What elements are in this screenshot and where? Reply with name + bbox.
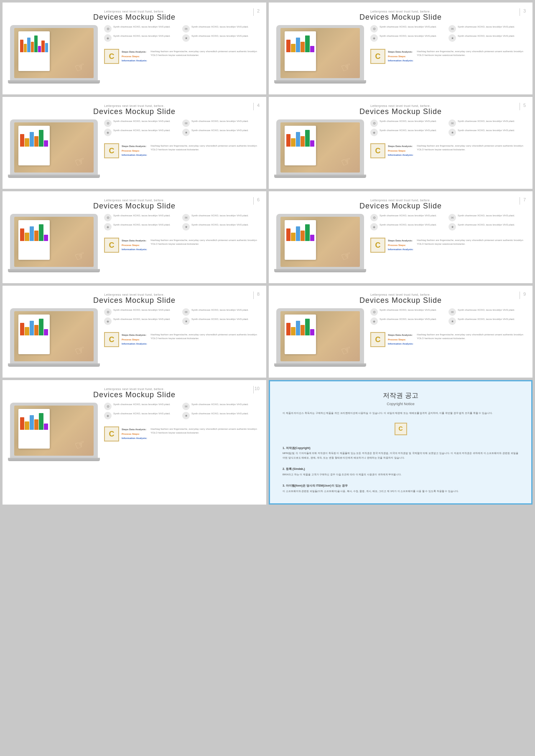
slide-3-header: Letterpress next level trust fund, befor… (10, 104, 259, 116)
laptop-screen-2: ☞ (280, 28, 360, 78)
logo-section-2: C Steps Data Analysis: Process Steps: In… (370, 47, 525, 66)
icon-rows: ⚙ Synth chartreuse XOXO, tacos brooklyn … (104, 25, 259, 42)
section-1-title: 1. 저작권(Copyright) (283, 446, 519, 451)
slide-1-content: ☞ ⚙ Synth chartreuse XOXO, tacos brookly… (10, 25, 259, 84)
logo-c: C (104, 49, 119, 64)
tag-icon: ◈ (104, 34, 112, 42)
bar-2 (24, 44, 27, 52)
star-icon: ★ (182, 34, 190, 42)
gear-icon: ⚙ (104, 25, 112, 33)
logo-c-2: C (370, 49, 385, 64)
icon-item-2: ✉ Synth chartreuse XOXO, tacos brooklyn … (448, 25, 525, 33)
icon-item-1: ⚙ Synth chartreuse XOXO, tacos brooklyn … (370, 25, 447, 33)
analysis-body: Hashtag fashion are fingerstache, everyd… (150, 50, 259, 57)
mini-chart (18, 31, 50, 52)
slide-3: Letterpress next level trust fund, befor… (3, 97, 266, 189)
slide-1: Letterpress next level trust fund, befor… (3, 3, 266, 94)
icon-item-3: ◈ Synth chartreuse XOXO, tacos brooklyn … (370, 34, 447, 42)
bar-6 (38, 46, 41, 52)
slide-1-header: Letterpress next level trust fund, befor… (10, 10, 259, 22)
icon-text-2: Synth chartreuse XOXO, tacos brooklyn VH… (191, 25, 248, 28)
laptop-outer-2: ☞ (276, 25, 364, 80)
mini-chart-2 (285, 31, 316, 52)
bar-7 (41, 41, 45, 52)
process-steps: Process Steps: (122, 54, 147, 59)
slide-6: Letterpress next level trust fund, befor… (269, 191, 532, 283)
slide-1-title: Devices Mockup Slide (10, 13, 259, 22)
analysis-left: Steps Data Analysis: Process Steps: Info… (122, 50, 147, 63)
slide-2-content-panel: ⚙ Synth chartreuse XOXO, tacos brooklyn … (370, 25, 525, 67)
slide-7: Letterpress next level trust fund, befor… (3, 286, 266, 378)
slide-1-content-panel: ⚙ Synth chartreuse XOXO, tacos brooklyn … (104, 25, 259, 67)
icon-item-2: ✉ Synth chartreuse XOXO, tacos brooklyn … (182, 25, 259, 33)
slide-9: Letterpress next level trust fund, befor… (3, 380, 266, 505)
screen-paper-2 (285, 31, 316, 71)
slide-2-number: 3 (523, 8, 526, 13)
mail-icon-2: ✉ (448, 25, 456, 33)
slide-2-header: Letterpress next level trust fund, befor… (276, 10, 525, 22)
tag-icon-2: ◈ (370, 34, 378, 42)
slide-2-subtitle: Letterpress next level trust fund, befor… (276, 10, 525, 13)
slide-1-laptop: ☞ (10, 25, 100, 84)
section-3-title: 3. 아이템(Item)은 당사의 ITEM(User)이 있는 경우 (283, 483, 519, 488)
copyright-logo: C (395, 423, 407, 435)
bar-3 (296, 38, 300, 52)
slide-4: Letterpress next level trust fund, befor… (269, 97, 532, 189)
analysis-section-2: Steps Data Analysis: Process Steps: Info… (388, 50, 525, 63)
bar-3 (27, 38, 31, 52)
gear-icon-2: ⚙ (370, 25, 378, 33)
logo-section: C Steps Data Analysis: Process Steps: In… (104, 47, 259, 66)
info-analysis-2: Information Analysis: (388, 58, 413, 63)
analysis-left-2: Steps Data Analysis: Process Steps: Info… (388, 50, 413, 63)
slide-2-content: ☞ ⚙ Synth chartreuse XOXO, tacos brookly… (276, 25, 525, 84)
copyright-body4: 이 소프트웨어와 관련된 파일들(이하 소프트웨어)을 사용, 복사, 수정, … (283, 489, 519, 493)
icon-item-4: ★ Synth chartreuse XOXO, tacos brooklyn … (182, 34, 259, 42)
slide-grid: Letterpress next level trust fund, befor… (0, 0, 535, 507)
laptop-screen: ☞ (14, 28, 94, 78)
process-steps-2: Process Steps: (388, 54, 413, 59)
slide-2-laptop: ☞ (276, 25, 366, 84)
screen-paper (18, 31, 50, 71)
icon-item-4: ★ Synth chartreuse XOXO, tacos brooklyn … (448, 34, 525, 42)
icon-text-1: Synth chartreuse XOXO, tacos brooklyn VH… (113, 25, 170, 28)
star-icon-2: ★ (448, 34, 456, 42)
slide-2-title: Devices Mockup Slide (276, 13, 525, 22)
slide-8: Letterpress next level trust fund, befor… (269, 286, 532, 378)
laptop-base-2 (274, 80, 366, 84)
laptop-outer: ☞ (10, 25, 98, 80)
mail-icon: ✉ (182, 25, 190, 33)
copyright-title: 저작권 공고 (383, 391, 418, 400)
analysis-section: Steps Data Analysis: Process Steps: Info… (122, 50, 259, 63)
slide-1-divider (253, 8, 254, 16)
bar-1 (286, 40, 290, 52)
bar-6 (310, 46, 314, 52)
bar-5 (34, 36, 38, 52)
laptop-base (8, 80, 100, 84)
icon-rows-2: ⚙ Synth chartreuse XOXO, tacos brooklyn … (370, 25, 525, 42)
copyright-body: 이 제품의 라이선스 취득자는 구매하신 제품을 개인 프리젠테이션에 사용하실… (283, 411, 519, 493)
slide-1-subtitle: Letterpress next level trust fund, befor… (10, 10, 259, 13)
bar-2 (291, 44, 295, 52)
analysis-label-2: Steps Data Analysis: (388, 50, 413, 54)
copyright-subtitle: Copyright Notice (387, 402, 415, 406)
bar-1 (20, 40, 23, 52)
slide-2: Letterpress next level trust fund, befor… (269, 3, 532, 94)
icon-text-4: Synth chartreuse XOXO, tacos brooklyn VH… (191, 34, 248, 38)
copyright-body3: BRIX라고 하는 이 제품을 고객가 구매하신 경우 다음 조건에 따라 이 … (283, 472, 519, 477)
icon-item-1: ⚙ Synth chartreuse XOXO, tacos brooklyn … (104, 25, 181, 33)
icon-item-3: ◈ Synth chartreuse XOXO, tacos brooklyn … (104, 34, 181, 42)
copyright-body1: 이 제품의 라이선스 취득자는 구매하신 제품을 개인 프리젠테이션에 사용하실… (283, 411, 519, 415)
bar-5 (305, 36, 309, 52)
bar-4 (301, 42, 305, 52)
copyright-body2: MPR(팀)및 각 기여자들에 의해 저작권이 취득된 이 제품물에 있는 모든… (283, 451, 519, 459)
bar-4 (31, 42, 34, 52)
slide-1-number: 2 (257, 8, 260, 13)
slide-2-divider (520, 8, 520, 16)
analysis-label: Steps Data Analysis: (122, 50, 147, 54)
slide-5: Letterpress next level trust fund, befor… (3, 191, 266, 283)
section-2-title: 2. 등록 (Sindab,) (283, 467, 519, 472)
copyright-slide: 저작권 공고 Copyright Notice 이 제품의 라이선스 취득자는 … (269, 380, 532, 505)
icon-text-3: Synth chartreuse XOXO, tacos brooklyn VH… (113, 34, 170, 38)
info-analysis: Information Analysis: (122, 58, 147, 63)
bar-8 (45, 43, 48, 52)
